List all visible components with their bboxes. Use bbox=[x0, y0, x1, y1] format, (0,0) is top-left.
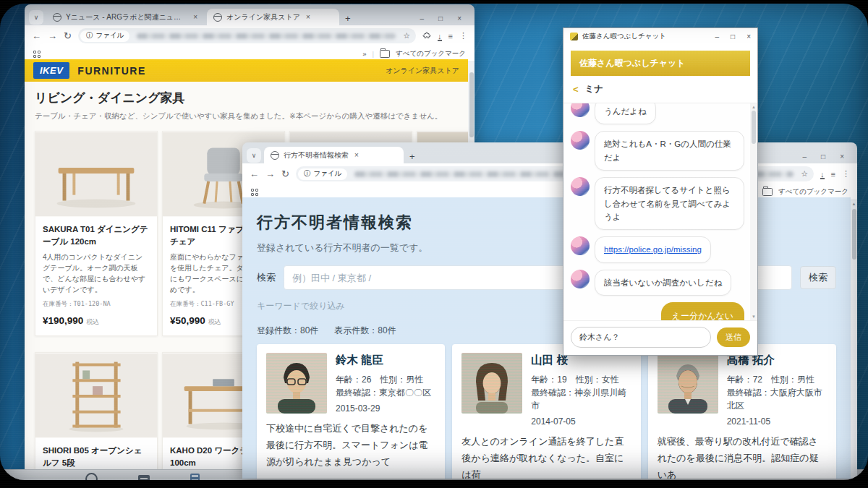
browser-toolbar: ← → ↻ ⓘ ファイル ☆ ↓ ≡ ⋮ bbox=[25, 25, 475, 46]
bookmarks-overflow-icon[interactable]: » bbox=[362, 50, 366, 58]
registered-count: 登録件数：80件 bbox=[257, 325, 318, 337]
apps-grid-icon[interactable] bbox=[33, 51, 41, 58]
media-controls-icon[interactable]: ≡ bbox=[831, 170, 835, 179]
send-button[interactable]: 送信 bbox=[717, 328, 750, 347]
downloads-icon[interactable]: ↓ bbox=[438, 32, 442, 40]
taskbar-media-icon[interactable] bbox=[138, 475, 150, 484]
maximize-button[interactable]: □ bbox=[821, 153, 825, 160]
tab-close-icon[interactable]: × bbox=[353, 151, 359, 159]
contact-avatar bbox=[571, 270, 590, 288]
close-button[interactable]: × bbox=[457, 14, 461, 22]
downloads-icon[interactable]: ↓ bbox=[820, 170, 825, 179]
person-last-seen: 最終確認：東京都〇〇区 bbox=[336, 386, 431, 399]
address-url-redacted bbox=[137, 33, 396, 39]
bookmark-star-icon[interactable]: ☆ bbox=[801, 169, 808, 179]
person-card[interactable]: 高橋 拓介 年齢：72 性別：男性 最終確認：大阪府大阪市北区 2021-11-… bbox=[648, 344, 836, 479]
person-photo bbox=[461, 353, 522, 414]
new-tab-button[interactable]: + bbox=[407, 151, 420, 163]
site-logo-word: FURNITURE bbox=[77, 65, 145, 77]
forward-icon[interactable]: → bbox=[48, 30, 57, 41]
scheme-label: ファイル bbox=[95, 31, 124, 40]
tab-missing-persons[interactable]: 行方不明者情報検索 × bbox=[264, 147, 404, 163]
product-card[interactable]: SAKURA T01 ダイニングテーブル 120cm 4人用のコンパクトなダイニ… bbox=[35, 131, 158, 336]
chat-message: https://police.go.jp/missing bbox=[571, 236, 744, 262]
scroll-up-icon[interactable]: ▲ bbox=[750, 105, 757, 109]
scrollbar-thumb[interactable] bbox=[752, 111, 756, 144]
maximize-button[interactable]: □ bbox=[731, 33, 735, 40]
all-bookmarks-label[interactable]: すべてのブックマーク bbox=[396, 49, 466, 59]
apps-grid-icon[interactable] bbox=[251, 189, 258, 196]
shown-count: 表示件数：80件 bbox=[334, 325, 396, 337]
tab-close-icon[interactable]: × bbox=[305, 13, 310, 21]
person-card-list: 鈴木 龍臣 年齢：26 性別：男性 最終確認：東京都〇〇区 2015-03-29… bbox=[257, 344, 836, 479]
file-scheme-chip: ⓘ ファイル bbox=[80, 30, 129, 42]
missing-persons-page: 行方不明者情報検索 登録されている行方不明者の一覧です。 検索 検索 キーワード… bbox=[242, 197, 851, 479]
scrollbar[interactable]: ▲ ▼ bbox=[750, 103, 757, 320]
person-age-sex: 年齢：26 性別：男性 bbox=[336, 373, 431, 386]
folder-icon bbox=[762, 188, 773, 196]
back-icon[interactable]: ← bbox=[32, 30, 41, 41]
chat-link[interactable]: https://police.go.jp/missing bbox=[604, 245, 702, 254]
reload-icon[interactable]: ↻ bbox=[281, 168, 289, 179]
chat-window: 佐藤さん暇つぶしチャット – □ × 佐藤さん暇つぶしチャット < ミナ うんだ… bbox=[563, 27, 758, 356]
person-last-seen: 最終確認：神奈川県川崎市 bbox=[531, 386, 631, 412]
close-button[interactable]: × bbox=[840, 153, 844, 160]
person-card[interactable]: 鈴木 龍臣 年齢：26 性別：男性 最終確認：東京都〇〇区 2015-03-29… bbox=[257, 344, 445, 479]
chat-message: うんだよね bbox=[571, 103, 744, 124]
menu-icon[interactable]: ⋮ bbox=[459, 31, 467, 40]
all-bookmarks-label[interactable]: すべてのブックマーク bbox=[778, 187, 848, 197]
scrollbar-thumb[interactable] bbox=[469, 72, 474, 137]
divider: | bbox=[373, 50, 374, 58]
taskbar-search-icon[interactable] bbox=[85, 473, 98, 485]
extensions-icon[interactable] bbox=[422, 32, 431, 40]
menu-icon[interactable]: ⋮ bbox=[842, 169, 850, 179]
chat-input-row: 送信 bbox=[563, 320, 757, 355]
chat-titlebar: 佐藤さん暇つぶしチャット – □ × bbox=[563, 28, 757, 44]
product-card[interactable]: SHIORI B05 オープンシェルフ 5段 本や雑貨を飾れるオープンタイプの収… bbox=[35, 352, 158, 471]
address-bar[interactable]: ⓘ ファイル ☆ bbox=[78, 28, 416, 43]
person-date: 2021-11-05 bbox=[727, 416, 827, 427]
scrollbar[interactable]: ▲ bbox=[851, 200, 857, 479]
chat-banner: 佐藤さん暇つぶしチャット bbox=[571, 51, 750, 76]
minimize-button[interactable]: – bbox=[420, 14, 425, 22]
page-intro: テーブル・チェア・収納など、シンプルで使いやすい家具を集めました。※本ページから… bbox=[35, 111, 458, 121]
window-controls: – □ × bbox=[715, 33, 751, 40]
person-card[interactable]: 山田 桜 年齢：19 性別：女性 最終確認：神奈川県川崎市 2014-07-05… bbox=[452, 344, 640, 479]
search-button[interactable]: 検索 bbox=[800, 266, 836, 289]
globe-favicon-icon bbox=[213, 13, 222, 22]
product-price: ¥190,990 bbox=[43, 315, 83, 326]
taskbar-calculator-icon[interactable] bbox=[190, 474, 200, 485]
person-photo bbox=[266, 353, 327, 414]
back-arrow-icon[interactable]: < bbox=[573, 84, 579, 95]
minimize-button[interactable]: – bbox=[715, 33, 720, 40]
tab-furniture-store[interactable]: オンライン家具ストア × bbox=[207, 9, 339, 25]
forward-icon[interactable]: → bbox=[265, 168, 275, 179]
media-controls-icon[interactable]: ≡ bbox=[448, 32, 453, 40]
reload-icon[interactable]: ↻ bbox=[64, 30, 72, 41]
message-bubble: 該当者いないか調査かいしだね bbox=[595, 270, 731, 296]
chat-message-input[interactable] bbox=[571, 327, 711, 348]
close-button[interactable]: × bbox=[746, 33, 751, 40]
browser-window-missing-persons: ∨ 行方不明者情報検索 × + – □ × ← → ↻ ⓘ ファイル bbox=[242, 142, 857, 479]
minimize-button[interactable]: – bbox=[803, 153, 807, 160]
tab-search-chevron-icon[interactable]: ∨ bbox=[29, 10, 43, 25]
tab-label: Yニュース - ARGラボと関連ニュース bbox=[66, 12, 187, 22]
tab-news[interactable]: Yニュース - ARGラボと関連ニュース × bbox=[46, 9, 204, 25]
product-sku: 在庫番号：T01-120-NA bbox=[43, 300, 150, 309]
scrollbar-thumb[interactable] bbox=[852, 209, 856, 260]
contact-avatar bbox=[571, 103, 590, 117]
maximize-button[interactable]: □ bbox=[438, 14, 443, 22]
tab-search-chevron-icon[interactable]: ∨ bbox=[247, 148, 261, 163]
new-tab-button[interactable]: + bbox=[342, 13, 355, 25]
scroll-up-icon[interactable]: ▲ bbox=[851, 202, 857, 206]
back-icon[interactable]: ← bbox=[250, 168, 259, 179]
chat-contact-header: < ミナ bbox=[563, 76, 757, 103]
tab-close-icon[interactable]: × bbox=[192, 13, 197, 21]
scroll-down-icon[interactable]: ▼ bbox=[750, 314, 757, 319]
site-header-link[interactable]: オンライン家具ストア bbox=[386, 66, 459, 76]
bookmark-star-icon[interactable]: ☆ bbox=[403, 31, 410, 40]
chat-message: 該当者いないか調査かいしだね bbox=[571, 270, 744, 296]
tab-label: 行方不明者情報検索 bbox=[284, 150, 349, 160]
window-controls: – □ × bbox=[803, 153, 853, 163]
person-description: 就寝後、最寄り駅の改札付近で確認されたのを最後に消息不明。認知症の疑いあ bbox=[658, 434, 827, 479]
